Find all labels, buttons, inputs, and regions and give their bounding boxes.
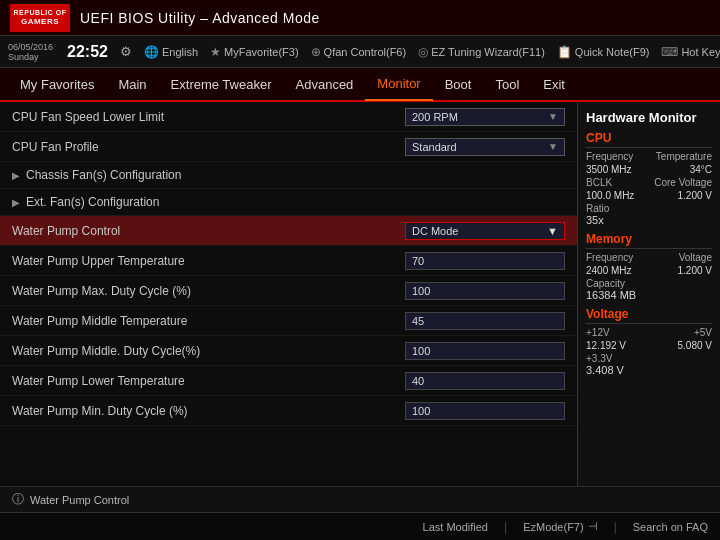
ext-fan-label: Ext. Fan(s) Configuration [26,195,159,209]
cpu-bclk-value-row: 100.0 MHz 1.200 V [586,190,712,201]
info-text: Water Pump Control [30,494,129,506]
content-area: CPU Fan Speed Lower Limit 200 RPM ▼ CPU … [0,102,720,486]
mem-capacity-section: Capacity 16384 MB [586,278,712,301]
nav-my-favorites[interactable]: My Favorites [8,67,106,101]
chassis-fan-label: Chassis Fan(s) Configuration [26,168,181,182]
settings-panel: CPU Fan Speed Lower Limit 200 RPM ▼ CPU … [0,102,578,486]
cpu-fan-profile-label: CPU Fan Profile [12,140,405,154]
status-bar: Last Modified | EzMode(F7) ⊣ | Search on… [0,512,720,540]
cpu-freq-row: Frequency Temperature [586,151,712,162]
volt-5-value: 5.080 V [678,340,712,351]
water-pump-min-duty-label: Water Pump Min. Duty Cycle (%) [12,404,405,418]
volt-12-label: +12V [586,327,610,338]
toolbar: 06/05/2016 Sunday 22:52 ⚙ 🌐 English ★ My… [0,36,720,68]
title-bar: REPUBLIC OF GAMERS UEFI BIOS Utility – A… [0,0,720,36]
dropdown-arrow-icon2: ▼ [548,141,558,152]
cpu-fan-speed-row: CPU Fan Speed Lower Limit 200 RPM ▼ [0,102,577,132]
clock-display: 22:52 [67,43,108,61]
hotkeys-button[interactable]: ⌨ Hot Keys [661,45,720,59]
hw-cpu-section: CPU [586,131,712,148]
water-pump-min-duty-value[interactable]: 100 [405,402,565,420]
settings-icon[interactable]: ⚙ [120,44,132,59]
nav-boot[interactable]: Boot [433,67,484,101]
volt-12-row: +12V +5V [586,327,712,338]
cpu-bclk-row: BCLK Core Voltage [586,177,712,188]
cpu-bclk-label: BCLK [586,177,612,188]
tuning-icon: ◎ [418,45,428,59]
hw-monitor-title: Hardware Monitor [586,110,712,125]
dropdown-arrow-icon3: ▼ [547,225,558,237]
nav-extreme-tweaker[interactable]: Extreme Tweaker [159,67,284,101]
water-pump-mid-duty-row: Water Pump Middle. Duty Cycle(%) 100 [0,336,577,366]
star-icon: ★ [210,45,221,59]
water-pump-max-duty-row: Water Pump Max. Duty Cycle (%) 100 [0,276,577,306]
nav-main[interactable]: Main [106,67,158,101]
water-pump-lower-temp-value[interactable]: 40 [405,372,565,390]
rog-logo: REPUBLIC OF GAMERS [10,4,70,32]
last-modified-button[interactable]: Last Modified [423,521,488,533]
mem-freq-label: Frequency [586,252,633,263]
water-pump-mid-duty-value[interactable]: 100 [405,342,565,360]
cpu-freq-label: Frequency [586,151,633,162]
cpu-fan-profile-dropdown[interactable]: Standard ▼ [405,138,565,156]
mem-freq-value: 2400 MHz [586,265,632,276]
nav-exit[interactable]: Exit [531,67,577,101]
cpu-ratio-label: Ratio [586,203,712,214]
nav-monitor[interactable]: Monitor [365,67,432,101]
language-icon: 🌐 [144,45,159,59]
mem-freq-value-row: 2400 MHz 1.200 V [586,265,712,276]
water-pump-min-duty-row: Water Pump Min. Duty Cycle (%) 100 [0,396,577,426]
water-pump-upper-temp-label: Water Pump Upper Temperature [12,254,405,268]
water-pump-mid-temp-value[interactable]: 45 [405,312,565,330]
cpu-temp-label: Temperature [656,151,712,162]
cpu-freq-value-row: 3500 MHz 34°C [586,164,712,175]
water-pump-max-duty-value[interactable]: 100 [405,282,565,300]
volt-33-label: +3.3V [586,353,712,364]
water-pump-control-dropdown[interactable]: DC Mode ▼ [405,222,565,240]
quicknote-button[interactable]: 📋 Quick Note(F9) [557,45,650,59]
cpu-fan-speed-dropdown[interactable]: 200 RPM ▼ [405,108,565,126]
cpu-core-volt-label: Core Voltage [654,177,712,188]
water-pump-mid-temp-label: Water Pump Middle Temperature [12,314,405,328]
key-icon: ⌨ [661,45,678,59]
cpu-temp-value: 34°C [690,164,712,175]
mem-freq-row: Frequency Voltage [586,252,712,263]
water-pump-mid-temp-row: Water Pump Middle Temperature 45 [0,306,577,336]
cpu-bclk-value: 100.0 MHz [586,190,634,201]
ezmode-button[interactable]: EzMode(F7) ⊣ [523,520,598,533]
hw-voltage-section: Voltage [586,307,712,324]
bios-title: UEFI BIOS Utility – Advanced Mode [80,10,320,26]
volt-33-value: 3.408 V [586,364,712,376]
nav-tool[interactable]: Tool [483,67,531,101]
ext-fan-section[interactable]: ▶ Ext. Fan(s) Configuration [0,189,577,216]
eztuning-button[interactable]: ◎ EZ Tuning Wizard(F11) [418,45,545,59]
info-bar: ⓘ Water Pump Control [0,486,720,512]
search-faq-button[interactable]: Search on FAQ [633,521,708,533]
mem-volt-value: 1.200 V [678,265,712,276]
nav-advanced[interactable]: Advanced [284,67,366,101]
expand-arrow-icon2: ▶ [12,197,20,208]
water-pump-lower-temp-row: Water Pump Lower Temperature 40 [0,366,577,396]
language-selector[interactable]: 🌐 English [144,45,198,59]
water-pump-mid-duty-label: Water Pump Middle. Duty Cycle(%) [12,344,405,358]
water-pump-control-row: Water Pump Control DC Mode ▼ [0,216,577,246]
chassis-fan-section[interactable]: ▶ Chassis Fan(s) Configuration [0,162,577,189]
water-pump-control-label: Water Pump Control [12,224,405,238]
cpu-ratio-value: 35x [586,214,712,226]
volt-12-value: 12.192 V [586,340,626,351]
hardware-monitor-panel: Hardware Monitor CPU Frequency Temperatu… [578,102,720,486]
volt-5-label: +5V [694,327,712,338]
datetime: 06/05/2016 Sunday [8,42,53,62]
qfan-button[interactable]: ⊕ Qfan Control(F6) [311,45,407,59]
main-nav: My Favorites Main Extreme Tweaker Advanc… [0,68,720,102]
info-icon: ⓘ [12,491,24,508]
volt-33-section: +3.3V 3.408 V [586,353,712,376]
expand-arrow-icon: ▶ [12,170,20,181]
fan-icon: ⊕ [311,45,321,59]
cpu-fan-profile-row: CPU Fan Profile Standard ▼ [0,132,577,162]
dropdown-arrow-icon: ▼ [548,111,558,122]
mem-volt-label: Voltage [679,252,712,263]
myfavorite-button[interactable]: ★ MyFavorite(F3) [210,45,299,59]
water-pump-upper-temp-value[interactable]: 70 [405,252,565,270]
note-icon: 📋 [557,45,572,59]
